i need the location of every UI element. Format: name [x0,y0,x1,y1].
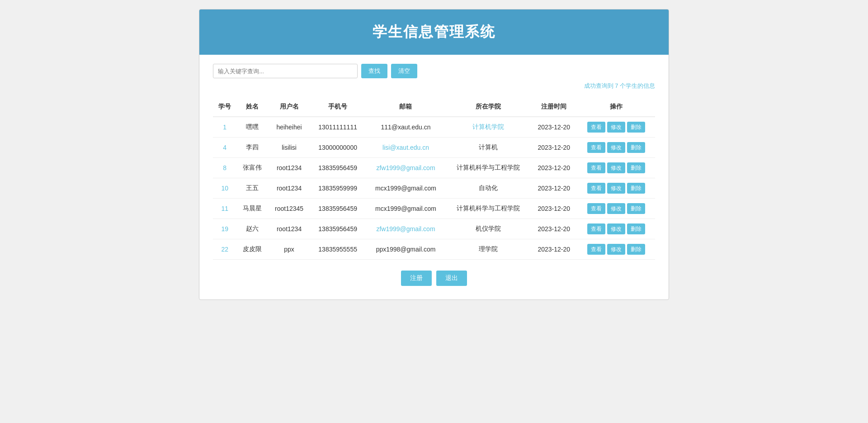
cell-phone: 13835956459 [311,158,365,178]
query-result: 成功查询到 7 个学生的信息 [213,82,655,90]
cell-action: 查看修改删除 [577,239,655,260]
action-buttons: 查看修改删除 [581,142,651,153]
cell-id: 1 [213,117,236,138]
cell-regtime: 2023-12-20 [530,117,577,138]
cell-action: 查看修改删除 [577,117,655,138]
student-table: 学号 姓名 用户名 手机号 邮箱 所在学院 注册时间 操作 1嘿嘿heiheih… [213,97,655,260]
search-button[interactable]: 查找 [361,64,387,78]
cell-email: ppx1998@gmail.com [365,239,447,260]
table-row: 10王五root123413835959999mcx1999@gmail.com… [213,178,655,199]
cell-action: 查看修改删除 [577,138,655,158]
delete-button[interactable]: 删除 [627,122,645,133]
cell-id: 10 [213,178,236,199]
cell-college: 机仪学院 [446,219,530,239]
table-row: 1嘿嘿heiheihei13011111111111@xaut.edu.cn计算… [213,117,655,138]
delete-button[interactable]: 删除 [627,244,645,255]
cell-username: lisilisi [268,138,310,158]
logout-button[interactable]: 退出 [436,271,467,286]
cell-email: zfw1999@gmail.com [365,219,447,239]
cell-regtime: 2023-12-20 [530,138,577,158]
table-row: 19赵六root123413835956459zfw1999@gmail.com… [213,219,655,239]
header: 学生信息管理系统 [199,10,669,55]
view-button[interactable]: 查看 [587,244,605,255]
cell-action: 查看修改删除 [577,178,655,199]
col-email: 邮箱 [365,97,447,117]
action-buttons: 查看修改删除 [581,203,651,214]
cell-name: 李四 [236,138,268,158]
action-buttons: 查看修改删除 [581,162,651,173]
register-button[interactable]: 注册 [401,271,432,286]
action-buttons: 查看修改删除 [581,183,651,194]
cell-username: root1234 [268,178,310,199]
cell-id: 4 [213,138,236,158]
cell-regtime: 2023-12-20 [530,239,577,260]
col-action: 操作 [577,97,655,117]
cell-email: mcx1999@gmail.com [365,199,447,219]
table-body: 1嘿嘿heiheihei13011111111111@xaut.edu.cn计算… [213,117,655,260]
cell-username: root12345 [268,199,310,219]
delete-button[interactable]: 删除 [627,223,645,234]
cell-phone: 13011111111 [311,117,365,138]
view-button[interactable]: 查看 [587,203,605,214]
cell-phone: 13000000000 [311,138,365,158]
cell-name: 马晨星 [236,199,268,219]
col-name: 姓名 [236,97,268,117]
action-buttons: 查看修改删除 [581,122,651,133]
cell-username: root1234 [268,219,310,239]
cell-action: 查看修改删除 [577,219,655,239]
footer-buttons: 注册 退出 [213,271,655,286]
search-input[interactable] [213,64,358,78]
cell-phone: 13835955555 [311,239,365,260]
action-buttons: 查看修改删除 [581,244,651,255]
view-button[interactable]: 查看 [587,142,605,153]
cell-id: 8 [213,158,236,178]
view-button[interactable]: 查看 [587,223,605,234]
edit-button[interactable]: 修改 [607,162,625,173]
cell-action: 查看修改删除 [577,199,655,219]
cell-phone: 13835959999 [311,178,365,199]
cell-college: 计算机科学与工程学院 [446,158,530,178]
delete-button[interactable]: 删除 [627,142,645,153]
edit-button[interactable]: 修改 [607,244,625,255]
edit-button[interactable]: 修改 [607,142,625,153]
cell-email: 111@xaut.edu.cn [365,117,447,138]
edit-button[interactable]: 修改 [607,183,625,194]
cell-phone: 13835956459 [311,199,365,219]
main-content: 查找 清空 成功查询到 7 个学生的信息 学号 姓名 用户名 手机号 邮箱 所在… [199,55,669,299]
cell-email: lisi@xaut.edu.cn [365,138,447,158]
page-title: 学生信息管理系统 [208,22,660,42]
col-id: 学号 [213,97,236,117]
cell-name: 张富伟 [236,158,268,178]
edit-button[interactable]: 修改 [607,223,625,234]
delete-button[interactable]: 删除 [627,183,645,194]
delete-button[interactable]: 删除 [627,203,645,214]
col-regtime: 注册时间 [530,97,577,117]
delete-button[interactable]: 删除 [627,162,645,173]
cell-college: 计算机学院 [446,117,530,138]
cell-college: 自动化 [446,178,530,199]
table-header-row: 学号 姓名 用户名 手机号 邮箱 所在学院 注册时间 操作 [213,97,655,117]
table-row: 11马晨星root1234513835956459mcx1999@gmail.c… [213,199,655,219]
clear-button[interactable]: 清空 [391,64,417,78]
cell-username: ppx [268,239,310,260]
cell-email: mcx1999@gmail.com [365,178,447,199]
cell-college: 理学院 [446,239,530,260]
cell-username: root1234 [268,158,310,178]
view-button[interactable]: 查看 [587,162,605,173]
cell-id: 11 [213,199,236,219]
cell-username: heiheihei [268,117,310,138]
view-button[interactable]: 查看 [587,183,605,194]
cell-regtime: 2023-12-20 [530,158,577,178]
cell-email: zfw1999@gmail.com [365,158,447,178]
cell-name: 嘿嘿 [236,117,268,138]
cell-college: 计算机 [446,138,530,158]
table-row: 8张富伟root123413835956459zfw1999@gmail.com… [213,158,655,178]
cell-regtime: 2023-12-20 [530,178,577,199]
cell-name: 王五 [236,178,268,199]
cell-regtime: 2023-12-20 [530,219,577,239]
edit-button[interactable]: 修改 [607,203,625,214]
col-phone: 手机号 [311,97,365,117]
cell-regtime: 2023-12-20 [530,199,577,219]
edit-button[interactable]: 修改 [607,122,625,133]
view-button[interactable]: 查看 [587,122,605,133]
